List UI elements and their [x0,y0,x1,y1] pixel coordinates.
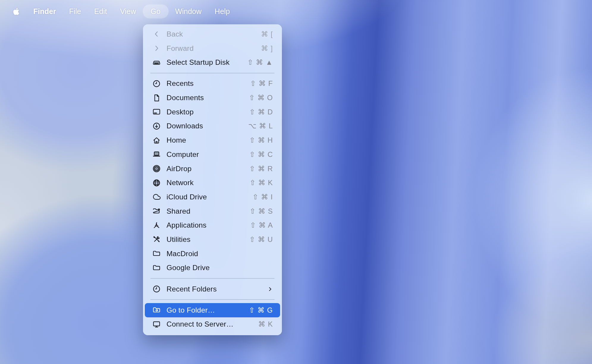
menu-item-label: iCloud Drive [167,193,252,201]
menu-item-airdrop[interactable]: AirDrop ⇧ ⌘ R [143,162,282,176]
menu-item-recent-folders[interactable]: Recent Folders [143,282,282,296]
menu-item-shortcut: ⇧ ⌘ D [249,108,273,116]
apple-menu[interactable] [13,7,21,15]
menubar-item-help[interactable]: Help [208,4,236,18]
menu-separator [150,278,274,279]
menu-item-shortcut: ⇧ ⌘ F [250,79,273,88]
menu-item-select-startup-disk[interactable]: Select Startup Disk ⇧ ⌘ ▲ [143,55,282,70]
internal-drive-icon [152,58,161,67]
menu-item-shortcut: ⇧ ⌘ S [250,207,273,215]
menu-item-connect-to-server[interactable]: Connect to Server… ⌘ K [143,317,282,332]
menu-item-icloud-drive[interactable]: iCloud Drive ⇧ ⌘ I [143,190,282,204]
menu-item-applications[interactable]: Applications ⇧ ⌘ A [143,218,282,232]
menu-item-label: Back [167,30,261,38]
menu-item-label: Desktop [167,108,249,116]
menu-item-label: Computer [167,150,249,159]
clock-icon [152,79,161,88]
laptop-icon [152,150,161,159]
clock-icon [152,285,161,294]
desktop-icon [152,108,161,116]
menu-separator [150,73,274,73]
menu-item-label: Home [167,136,249,144]
menu-item-shortcut: ⌘ K [258,320,273,328]
menu-item-back: Back ⌘ [ [143,27,282,41]
menu-item-network[interactable]: Network ⇧ ⌘ K [143,176,282,190]
menu-item-computer[interactable]: Computer ⇧ ⌘ C [143,147,282,162]
menu-item-label: Shared [167,207,250,215]
menu-item-label: Downloads [167,122,248,130]
menu-item-shared[interactable]: Shared ⇧ ⌘ S [143,204,282,218]
menu-item-label: Google Drive [167,264,273,272]
menu-item-forward: Forward ⌘ ] [143,41,282,56]
menu-item-shortcut: ⌘ ] [261,44,273,53]
menu-item-label: Recent Folders [167,285,266,293]
menubar-item-file[interactable]: File [62,4,87,18]
menubar-item-go[interactable]: Go [143,4,169,18]
menu-item-label: Utilities [167,235,249,244]
menu-item-label: MacDroid [167,250,273,258]
utilities-icon [152,235,161,244]
menu-item-label: Applications [167,221,250,229]
menu-item-label: Forward [167,44,261,53]
go-menu: Back ⌘ [ Forward ⌘ ] Select Startup Disk… [143,24,282,335]
cloud-icon [152,193,161,201]
menu-item-label: Connect to Server… [167,320,258,328]
menubar-item-view[interactable]: View [114,4,143,18]
chevron-right-icon [152,44,161,53]
submenu-chevron-icon [266,286,273,292]
menu-item-shortcut: ⇧ ⌘ ▲ [247,58,273,67]
menu-item-label: Recents [167,79,250,88]
menu-bar: Finder File Edit View Go Window Help [0,0,592,23]
menu-item-label: Select Startup Disk [167,58,247,67]
menu-item-recents[interactable]: Recents ⇧ ⌘ F [143,77,282,91]
shared-folder-icon [152,207,161,216]
menu-item-utilities[interactable]: Utilities ⇧ ⌘ U [143,232,282,247]
menu-item-shortcut: ⌘ [ [261,30,273,38]
menu-item-desktop[interactable]: Desktop ⇧ ⌘ D [143,105,282,119]
menu-item-shortcut: ⇧ ⌘ I [252,193,273,201]
menubar-item-finder[interactable]: Finder [27,4,62,18]
menu-item-shortcut: ⇧ ⌘ H [249,136,273,144]
menu-item-shortcut: ⇧ ⌘ R [249,165,273,173]
menu-item-go-to-folder[interactable]: Go to Folder… ⇧ ⌘ G [145,303,280,317]
menu-item-label: AirDrop [167,165,249,173]
menu-separator [150,299,274,300]
display-icon [152,320,161,329]
menu-item-downloads[interactable]: Downloads ⌥ ⌘ L [143,119,282,133]
apple-icon [13,7,20,15]
document-icon [152,93,161,102]
menu-item-shortcut: ⇧ ⌘ G [249,306,273,314]
menubar-item-window[interactable]: Window [169,4,208,18]
menu-item-shortcut: ⇧ ⌘ U [249,235,273,244]
menu-item-shortcut: ⇧ ⌘ A [250,221,273,229]
folder-icon [152,263,161,272]
menu-item-shortcut: ⇧ ⌘ O [249,94,273,102]
menu-item-shortcut: ⇧ ⌘ C [249,150,273,159]
applications-icon [152,221,161,230]
menu-item-label: Go to Folder… [167,306,249,314]
folder-arrow-icon [152,306,161,315]
desktop-wallpaper[interactable]: Finder File Edit View Go Window Help Bac… [0,0,592,364]
menu-item-home[interactable]: Home ⇧ ⌘ H [143,133,282,147]
menu-item-shortcut: ⇧ ⌘ K [250,179,273,187]
folder-icon [152,249,161,258]
menu-item-google-drive[interactable]: Google Drive [143,261,282,275]
download-circle-icon [152,122,161,130]
airdrop-icon [152,164,161,173]
menu-item-label: Documents [167,94,249,102]
menubar-item-edit[interactable]: Edit [88,4,114,18]
menu-item-shortcut: ⌥ ⌘ L [248,122,273,130]
house-icon [152,136,161,145]
menu-item-macdroid[interactable]: MacDroid [143,247,282,261]
chevron-left-icon [152,30,161,39]
globe-icon [152,178,161,187]
menu-item-documents[interactable]: Documents ⇧ ⌘ O [143,91,282,105]
menu-item-label: Network [167,179,250,187]
